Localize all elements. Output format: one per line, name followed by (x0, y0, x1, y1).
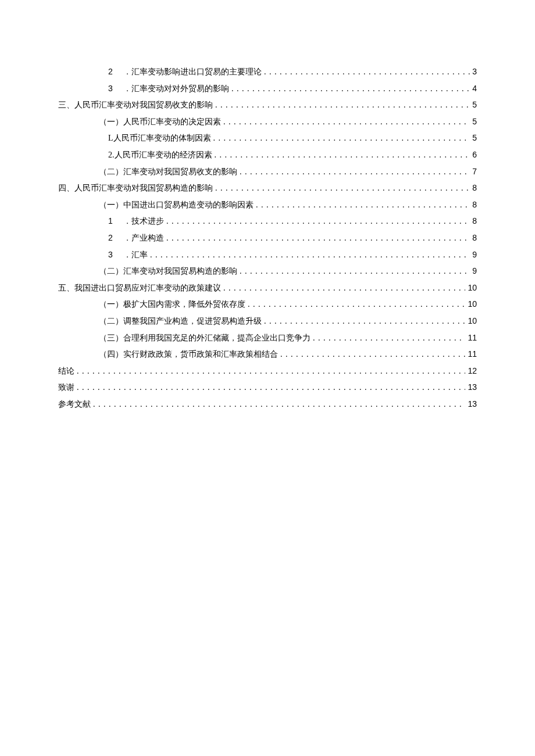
table-of-contents: 2．汇率变动影响进出口贸易的主要理论33．汇率变动对对外贸易的影响4三、人民币汇… (58, 64, 477, 412)
toc-entry: L人民币汇率变动的体制因素5 (58, 130, 477, 146)
toc-label: 2．产业构造 (108, 230, 164, 246)
toc-page-number: 5 (472, 130, 477, 146)
toc-page-number: 11 (468, 346, 477, 362)
toc-entry: 结论12 (58, 363, 477, 379)
toc-page-number: 7 (472, 164, 477, 180)
toc-entry: 四、人民币汇率变动对我国贸易构造的影响8 (58, 180, 477, 196)
toc-page-number: 10 (468, 280, 477, 296)
toc-page-number: 6 (472, 147, 477, 163)
toc-page-number: 9 (472, 263, 477, 279)
toc-page-number: 13 (468, 379, 477, 395)
toc-label: （一）中国进出口贸易构造变动的影响因素 (99, 198, 254, 213)
toc-label-text: ．汇率变动影响进出口贸易的主要理论 (123, 67, 262, 76)
toc-entry: 2.人民币汇率变动的经济因素6 (58, 147, 477, 163)
toc-number-prefix: 2 (108, 230, 116, 246)
toc-label: （二）调整我国产业构造，促进贸易构造升级 (99, 314, 262, 329)
toc-leader-dots (240, 164, 470, 180)
toc-leader-dots (166, 214, 470, 230)
toc-label-text: （一）中国进出口贸易构造变动的影响因素 (99, 200, 254, 209)
toc-leader-dots (215, 148, 470, 163)
toc-label-text: 2.人民币汇率变动的经济因素 (108, 151, 212, 159)
toc-label: （一）人民币汇率变动的决定因素 (99, 114, 221, 130)
toc-label-text: （一）人民币汇率变动的决定因素 (99, 117, 221, 126)
toc-label: （四）实行财政政策，货币政策和汇率政策相结合 (99, 347, 278, 363)
toc-entry: （一）人民币汇率变动的决定因素5 (58, 114, 477, 130)
toc-leader-dots (313, 331, 465, 346)
toc-leader-dots (77, 364, 465, 379)
toc-label-text: （二）调整我国产业构造，促进贸易构造升级 (99, 317, 262, 325)
toc-number-prefix: 3 (108, 81, 116, 96)
toc-label-text: ．汇率 (123, 250, 148, 259)
toc-label-text: 四、人民币汇率变动对我国贸易构造的影响 (58, 184, 213, 192)
toc-leader-dots (264, 314, 465, 329)
toc-entry: 1．技术进步8 (58, 213, 477, 230)
toc-label: L人民币汇率变动的体制因素 (108, 131, 211, 146)
toc-leader-dots (213, 131, 470, 146)
toc-label-text: （三）合理利用我国充足的外汇储藏，提高企业出口竞争力 (99, 334, 311, 342)
toc-entry: （三）合理利用我国充足的外汇储藏，提高企业出口竞争力11 (58, 330, 477, 346)
toc-label: 2.人民币汇率变动的经济因素 (108, 148, 212, 163)
toc-entry: （二）调整我国产业构造，促进贸易构造升级10 (58, 313, 477, 329)
toc-label: 2．汇率变动影响进出口贸易的主要理论 (108, 64, 262, 80)
toc-number-prefix: 3 (108, 247, 116, 263)
toc-page-number: 11 (468, 330, 477, 346)
toc-leader-dots (248, 297, 465, 313)
toc-label-text: ．产业构造 (123, 234, 164, 242)
toc-label: 3．汇率变动对对外贸易的影响 (108, 81, 229, 97)
toc-leader-dots (93, 397, 465, 413)
toc-label: 致谢 (58, 380, 74, 396)
toc-entry: （二）汇率变动对我国贸易构造的影响9 (58, 263, 477, 280)
toc-label-text: L人民币汇率变动的体制因素 (108, 134, 211, 142)
toc-leader-dots (240, 264, 470, 280)
toc-entry: 2．产业构造8 (58, 230, 477, 246)
toc-entry: 3．汇率9 (58, 247, 477, 263)
toc-leader-dots (231, 81, 470, 97)
toc-page-number: 8 (472, 197, 477, 213)
toc-label-text: 结论 (58, 367, 74, 375)
toc-label-text: 致谢 (58, 383, 74, 392)
toc-leader-dots (77, 380, 465, 396)
toc-leader-dots (215, 181, 470, 196)
toc-number-prefix: 1 (108, 213, 116, 229)
toc-leader-dots (150, 248, 470, 263)
toc-label: 结论 (58, 364, 74, 379)
toc-page-number: 5 (472, 97, 477, 113)
toc-label: 3．汇率 (108, 247, 148, 263)
toc-entry: （四）实行财政政策，货币政策和汇率政策相结合11 (58, 346, 477, 363)
toc-label: 五、我国进出口贸易应对汇率变动的政策建议 (58, 281, 221, 296)
toc-label-text: 五、我国进出口贸易应对汇率变动的政策建议 (58, 284, 221, 292)
toc-label-text: 三、人民币汇率变动对我国贸易收支的影响 (58, 101, 213, 109)
toc-entry: （一）中国进出口贸易构造变动的影响因素8 (58, 197, 477, 213)
toc-page-number: 4 (472, 81, 477, 96)
toc-leader-dots (280, 347, 465, 363)
toc-label-text: （四）实行财政政策，货币政策和汇率政策相结合 (99, 350, 278, 359)
toc-leader-dots (215, 98, 470, 113)
toc-label: （二）汇率变动对我国贸易构造的影响 (99, 264, 237, 280)
toc-leader-dots (256, 198, 470, 213)
toc-page-number: 10 (468, 296, 477, 312)
toc-page-number: 13 (468, 396, 477, 412)
toc-entry: （二）汇率变动对我国贸易收支的影响7 (58, 164, 477, 180)
toc-label: 四、人民币汇率变动对我国贸易构造的影响 (58, 181, 213, 196)
toc-page-number: 8 (472, 213, 477, 229)
toc-page-number: 5 (472, 114, 477, 130)
toc-entry: 五、我国进出口贸易应对汇率变动的政策建议10 (58, 280, 477, 296)
toc-label-text: （二）汇率变动对我国贸易收支的影响 (99, 167, 237, 176)
toc-entry: （一）极扩大国内需求，降低外贸依存度10 (58, 296, 477, 313)
toc-label-text: 参考文献 (58, 400, 91, 409)
toc-page-number: 10 (468, 313, 477, 329)
toc-leader-dots (223, 281, 465, 296)
toc-page-number: 12 (468, 363, 477, 379)
toc-number-prefix: 2 (108, 64, 116, 80)
toc-page-number: 8 (472, 230, 477, 246)
toc-leader-dots (223, 114, 470, 130)
toc-label-text: ．汇率变动对对外贸易的影响 (123, 84, 229, 93)
toc-label: 三、人民币汇率变动对我国贸易收支的影响 (58, 98, 213, 113)
toc-entry: 参考文献13 (58, 396, 477, 413)
toc-page-number: 9 (472, 247, 477, 263)
toc-page-number: 3 (472, 64, 477, 80)
toc-label: 参考文献 (58, 397, 91, 413)
toc-label: （一）极扩大国内需求，降低外贸依存度 (99, 297, 245, 313)
toc-label: （二）汇率变动对我国贸易收支的影响 (99, 164, 237, 180)
toc-entry: 三、人民币汇率变动对我国贸易收支的影响5 (58, 97, 477, 113)
